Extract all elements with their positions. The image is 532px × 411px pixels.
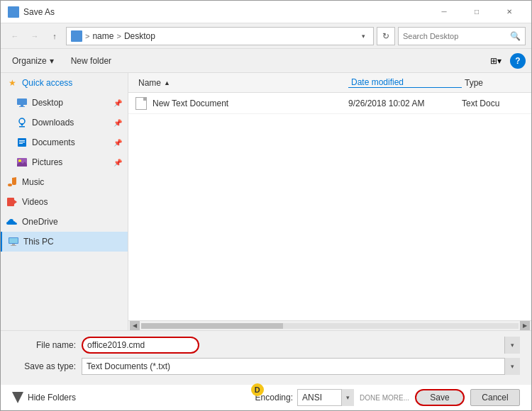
- sidebar-item-downloads[interactable]: Downloads 📌: [1, 113, 128, 133]
- close-button[interactable]: ✕: [493, 1, 526, 23]
- forward-button[interactable]: →: [26, 28, 43, 45]
- sidebar-item-quick-access[interactable]: ★ Quick access: [1, 73, 128, 93]
- path-separator-1: >: [85, 32, 89, 40]
- path-dropdown-arrow[interactable]: ▾: [358, 30, 369, 42]
- savetype-wrapper: Text Documents (*.txt) All Files (*.*) ▾: [82, 358, 520, 375]
- col-header-type[interactable]: Type: [462, 78, 524, 88]
- encoding-select[interactable]: ANSI UTF-8 UTF-16 LE UTF-16 BE: [297, 389, 354, 406]
- file-doc-icon: [135, 97, 147, 110]
- sidebar-item-label: Videos: [22, 197, 48, 207]
- svg-rect-17: [12, 244, 15, 245]
- title-bar-controls: ─ □ ✕: [428, 1, 526, 23]
- bottom-area: File name: ▾ Save as type: Text Document…: [1, 330, 531, 385]
- svg-rect-16: [9, 238, 18, 243]
- cancel-button[interactable]: Cancel: [470, 389, 520, 406]
- file-row[interactable]: New Text Document 9/26/2018 10:02 AM Tex…: [128, 93, 531, 114]
- filename-input[interactable]: [82, 337, 199, 354]
- savetype-label: Save as type:: [12, 361, 76, 371]
- col-header-name[interactable]: Name ▲: [135, 78, 348, 88]
- view-button[interactable]: ⊞ ▾: [486, 52, 506, 69]
- sidebar-item-desktop[interactable]: Desktop 📌: [1, 93, 128, 113]
- sidebar-item-onedrive[interactable]: OneDrive: [1, 212, 128, 232]
- svg-rect-13: [7, 198, 14, 206]
- save-button[interactable]: Save: [415, 389, 465, 406]
- encoding-select-wrapper: ANSI UTF-8 UTF-16 LE UTF-16 BE ▾: [297, 389, 354, 406]
- file-name-cell: New Text Document: [135, 97, 348, 110]
- path-separator-2: >: [116, 32, 121, 40]
- svg-point-11: [8, 184, 12, 186]
- action-row: Hide Folders Encoding: ANSI UTF-8 UTF-16…: [1, 385, 531, 410]
- pin-icon: 📌: [113, 139, 122, 147]
- cancel-label: Cancel: [482, 393, 508, 402]
- action-buttons: Encoding: ANSI UTF-8 UTF-16 LE UTF-16 BE…: [255, 389, 520, 406]
- onedrive-icon: [6, 216, 18, 227]
- help-label: ?: [515, 56, 520, 66]
- up-button[interactable]: ↑: [46, 28, 63, 45]
- search-icon: 🔍: [510, 31, 521, 41]
- documents-icon: [16, 137, 28, 148]
- path-part-thispc: name: [92, 31, 113, 41]
- back-button[interactable]: ←: [6, 28, 23, 45]
- view-dropdown-icon: ▾: [497, 56, 501, 66]
- savetype-select[interactable]: Text Documents (*.txt) All Files (*.*): [82, 358, 520, 375]
- view-icon: ⊞: [490, 56, 497, 66]
- address-bar: ← → ↑ > name > Desktop ▾ ↻ 🔍: [1, 23, 531, 49]
- col-type-label: Type: [465, 78, 483, 88]
- h-scroll-left-btn[interactable]: ◀: [130, 321, 140, 331]
- sidebar-item-documents[interactable]: Documents 📌: [1, 133, 128, 152]
- refresh-button[interactable]: ↻: [377, 27, 395, 45]
- new-folder-button[interactable]: New folder: [65, 52, 117, 69]
- new-folder-label: New folder: [71, 56, 111, 66]
- path-icon: [71, 30, 82, 42]
- sidebar-item-label: Documents: [32, 137, 75, 147]
- pictures-icon: [16, 157, 28, 168]
- help-button[interactable]: ?: [510, 53, 526, 69]
- encoding-group: Encoding: ANSI UTF-8 UTF-16 LE UTF-16 BE…: [255, 389, 409, 406]
- maximize-button[interactable]: □: [460, 1, 493, 23]
- organize-dropdown-icon: ▾: [50, 56, 54, 66]
- h-scroll-right-btn[interactable]: ▶: [520, 321, 530, 331]
- videos-icon: [6, 196, 18, 208]
- minimize-button[interactable]: ─: [428, 1, 460, 23]
- sidebar: ★ Quick access Desktop 📌 Downloads 📌: [1, 73, 128, 330]
- h-scroll-track: [141, 323, 519, 329]
- music-icon: [6, 176, 18, 188]
- h-scroll-thumb: [141, 323, 283, 329]
- pin-icon: 📌: [113, 159, 122, 167]
- path-part-desktop: Desktop: [124, 31, 155, 41]
- file-list: New Text Document 9/26/2018 10:02 AM Tex…: [128, 93, 531, 320]
- d-badge-text: DONE MORE...: [360, 394, 409, 402]
- svg-rect-4: [19, 126, 25, 128]
- organize-button[interactable]: Organize ▾: [6, 52, 60, 69]
- sidebar-item-videos[interactable]: Videos: [1, 192, 128, 212]
- horizontal-scrollbar[interactable]: ◀ ▶: [128, 320, 531, 330]
- sidebar-item-pictures[interactable]: Pictures 📌: [1, 152, 128, 172]
- sidebar-item-thispc[interactable]: This PC: [1, 232, 128, 252]
- filename-label: File name:: [12, 340, 76, 350]
- col-date-label: Date modified: [351, 77, 404, 87]
- sidebar-item-label: Downloads: [32, 118, 74, 128]
- sidebar-item-label: Music: [22, 177, 44, 187]
- pc-icon: [8, 236, 19, 247]
- filename-wrapper: ▾: [82, 337, 520, 354]
- hide-arrow-icon: [12, 392, 23, 403]
- svg-marker-14: [14, 200, 17, 204]
- search-bar[interactable]: 🔍: [398, 27, 526, 45]
- filename-dropdown-arrow[interactable]: ▾: [504, 337, 520, 354]
- star-icon: ★: [6, 77, 18, 89]
- path-bar[interactable]: > name > Desktop ▾: [66, 27, 374, 45]
- sidebar-item-music[interactable]: Music: [1, 172, 128, 192]
- desktop-icon: [16, 97, 28, 108]
- sidebar-item-label: Pictures: [32, 157, 62, 167]
- search-input[interactable]: [403, 32, 507, 40]
- svg-rect-7: [19, 142, 25, 142]
- title-bar: Save As ─ □ ✕: [1, 1, 531, 23]
- hide-folders-button[interactable]: Hide Folders: [12, 392, 76, 403]
- downloads-icon: [16, 117, 28, 128]
- d-badge: D: [251, 383, 264, 396]
- svg-rect-6: [19, 140, 25, 141]
- save-label: Save: [430, 393, 449, 402]
- col-header-date[interactable]: Date modified: [348, 77, 462, 88]
- organize-label: Organize: [12, 56, 47, 66]
- svg-rect-1: [21, 105, 23, 106]
